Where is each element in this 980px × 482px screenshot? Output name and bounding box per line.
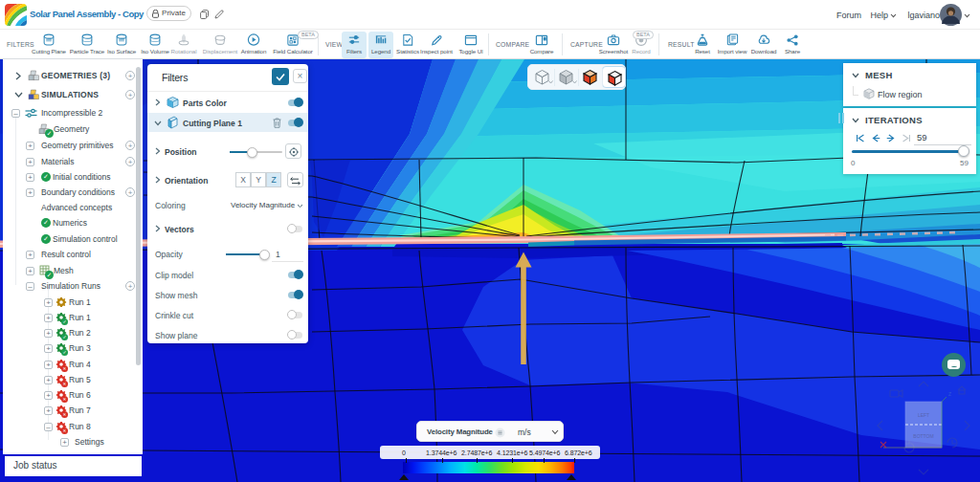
svg-text:Z: Z: [948, 391, 951, 397]
svg-text:LEFT: LEFT: [918, 412, 929, 418]
svg-text:BOTTOM: BOTTOM: [913, 433, 933, 439]
